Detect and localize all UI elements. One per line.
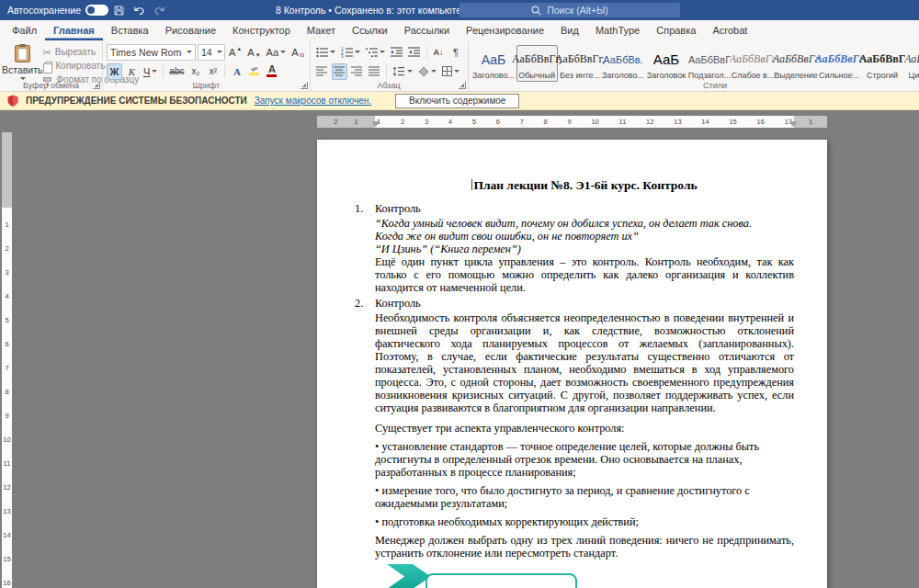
style-card-subtle-emphasis[interactable]: АаБбВвГгСлабое в...: [732, 45, 774, 82]
flowchart-box-shape[interactable]: [425, 573, 577, 588]
ruler-numbers: 123456789101112131415161718: [2, 213, 12, 588]
italic-button[interactable]: К: [124, 63, 140, 80]
line-spacing-icon: [392, 66, 405, 77]
dialog-launcher-icon[interactable]: [93, 82, 100, 89]
clear-formatting-button[interactable]: А: [289, 44, 305, 61]
ruler-numbers: 1234567891011121314151617: [375, 116, 794, 128]
style-card-quote2[interactable]: АаБбВвГЦитата 2: [905, 45, 919, 82]
superscript-button[interactable]: х²: [205, 63, 221, 80]
tab-mathtype[interactable]: MathType: [587, 20, 648, 40]
align-center-button[interactable]: [332, 63, 347, 80]
paint-bucket-icon: [418, 66, 429, 77]
style-label: Слабое в...: [732, 71, 775, 80]
grow-font-button[interactable]: А▲: [227, 44, 244, 61]
highlight-color-bar: [249, 73, 259, 75]
document-canvas[interactable]: 21 1234567891011121314151617 1 123456789…: [0, 110, 919, 588]
align-right-button[interactable]: [349, 63, 365, 80]
document-text[interactable]: План лекции №8. Э1-6й курс. Контроль 1. …: [317, 140, 827, 588]
bullet-paragraph: • измерение того, что было достигнуто за…: [375, 484, 794, 510]
tab-help[interactable]: Справка: [648, 20, 704, 40]
style-card-heading2[interactable]: АаБбВв.Заголово...: [603, 45, 644, 82]
dialog-launcher-icon[interactable]: [459, 82, 466, 89]
tab-layout[interactable]: Макет: [299, 20, 344, 40]
tab-file[interactable]: Файл: [4, 20, 45, 40]
quote-line: “Когда умный человек видит, почему он до…: [375, 217, 794, 230]
document-page[interactable]: План лекции №8. Э1-6й курс. Контроль 1. …: [317, 140, 827, 588]
font-size-combo[interactable]: 14: [198, 44, 225, 61]
list-text: Контроль: [375, 297, 421, 310]
tab-home[interactable]: Главная: [45, 20, 103, 40]
doc-heading: План лекции №8. Э1-6й курс. Контроль: [375, 178, 794, 193]
line-spacing-button[interactable]: [391, 63, 414, 80]
word-window: Автосохранение 8 Контроль • Сохранено в:…: [0, 0, 919, 588]
enable-content-button[interactable]: Включить содержимое: [395, 94, 519, 108]
list-number: 1.: [355, 202, 375, 215]
justify-icon: [369, 66, 380, 76]
bullets-button[interactable]: [314, 44, 337, 61]
show-marks-button[interactable]: ¶: [448, 44, 464, 61]
style-card-emphasis[interactable]: АаБбВвГгВыделение: [776, 45, 817, 82]
autosave-switch[interactable]: [85, 5, 108, 16]
arrow-down-icon: ▼: [255, 52, 261, 58]
style-card-no-spacing[interactable]: АаБбВвГг,Без инте...: [560, 45, 601, 82]
paste-button[interactable]: Вставить: [2, 42, 43, 80]
multilevel-list-button[interactable]: [364, 44, 387, 61]
bullet-paragraph: • установление стандартов — точное опред…: [375, 440, 794, 479]
style-card-intense-emphasis[interactable]: АаБбВвГгСильное...: [819, 45, 860, 82]
autosave-toggle[interactable]: Автосохранение: [7, 5, 108, 16]
redo-button[interactable]: [149, 0, 169, 20]
style-card-title[interactable]: АаБЗаголовок: [646, 45, 687, 82]
change-case-button[interactable]: Аа: [265, 44, 289, 61]
separator: [426, 46, 427, 59]
search-placeholder: Поиск (Alt+Ы): [547, 5, 608, 16]
undo-button[interactable]: [129, 0, 149, 20]
search-icon: [531, 6, 541, 16]
tab-review[interactable]: Рецензирование: [458, 20, 552, 40]
style-label: Подзагол...: [688, 71, 731, 80]
tab-mailings[interactable]: Рассылки: [396, 20, 458, 40]
macros-disabled-link[interactable]: Запуск макросов отключен.: [255, 96, 371, 106]
chevron-down-icon: [380, 51, 385, 53]
shrink-font-button[interactable]: А▼: [245, 44, 262, 61]
increase-indent-button[interactable]: [406, 44, 422, 61]
quote-line: “И Цзинь” (“Книга перемен”): [375, 243, 794, 255]
align-left-button[interactable]: [314, 63, 330, 80]
strikethrough-button[interactable]: abc: [167, 63, 186, 80]
shading-button[interactable]: [416, 63, 438, 80]
tab-view[interactable]: Вид: [552, 20, 587, 40]
numbering-button[interactable]: 123: [339, 44, 362, 61]
tab-draw[interactable]: Рисование: [157, 20, 224, 40]
justify-button[interactable]: [367, 63, 382, 80]
sort-button[interactable]: А↓: [431, 44, 447, 61]
vertical-ruler[interactable]: 123456789101112131415161718: [2, 132, 12, 588]
chevron-down-icon: [280, 51, 286, 53]
grow-font-label: А: [229, 47, 235, 58]
bold-button[interactable]: Ж: [107, 63, 122, 80]
search-box[interactable]: Поиск (Alt+Ы): [460, 3, 680, 17]
underline-button[interactable]: Ч: [142, 63, 159, 80]
horizontal-ruler[interactable]: 21 1234567891011121314151617 1: [317, 116, 827, 128]
tab-insert[interactable]: Вставка: [103, 20, 157, 40]
tab-references[interactable]: Ссылки: [344, 20, 396, 40]
highlight-color-button[interactable]: [246, 63, 262, 80]
style-card-normal[interactable]: АаБбВвГг,Обычный: [516, 45, 558, 82]
font-family-combo[interactable]: Times New Roman: [107, 44, 196, 61]
text-effects-button[interactable]: А: [229, 63, 244, 80]
decrease-indent-button[interactable]: [389, 44, 404, 61]
dialog-launcher-icon[interactable]: [301, 82, 308, 89]
styles-gallery: АаБЗаголово... АаБбВвГг,Обычный АаБбВвГг…: [471, 42, 919, 80]
save-button[interactable]: [108, 0, 129, 20]
style-card-subtitle[interactable]: АаБбВвГПодзагол...: [689, 45, 731, 82]
subscript-button[interactable]: х₂: [187, 63, 203, 80]
borders-button[interactable]: [440, 63, 461, 80]
chevron-down-icon: [152, 70, 157, 73]
quote-line: Когда же он видит свои ошибки, он не пов…: [375, 230, 794, 243]
style-card-strong[interactable]: АаБбВвГСтрогий: [862, 45, 903, 82]
style-card-heading1[interactable]: АаБЗаголово...: [473, 45, 515, 82]
group-clipboard: Вставить ✂Вырезать Копировать Формат по …: [0, 40, 103, 91]
tab-acrobat[interactable]: Acrobat: [704, 20, 755, 40]
paste-icon: [15, 45, 30, 62]
separator: [224, 65, 225, 78]
font-color-button[interactable]: А: [264, 63, 279, 80]
tab-design[interactable]: Конструктор: [224, 20, 299, 40]
